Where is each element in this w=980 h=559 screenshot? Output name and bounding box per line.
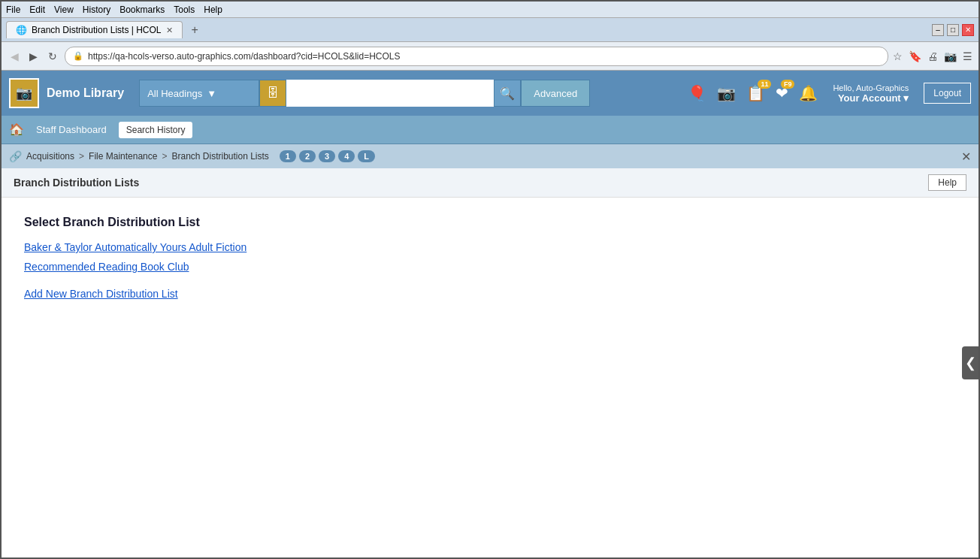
- list-item-baker-taylor[interactable]: Baker & Taylor Automatically Yours Adult…: [24, 241, 956, 253]
- menu-view[interactable]: View: [54, 5, 74, 15]
- content-area: Branch Distribution Lists Help Select Br…: [2, 168, 978, 557]
- account-dropdown[interactable]: Your Account ▾: [838, 92, 909, 104]
- pill-l[interactable]: L: [358, 150, 375, 162]
- add-new-branch-link[interactable]: Add New Branch Distribution List: [24, 288, 956, 300]
- maximize-button[interactable]: □: [947, 24, 959, 36]
- breadcrumb-branch-distribution[interactable]: Branch Distribution Lists: [171, 151, 268, 162]
- nav-bar: 🏠 Staff Dashboard Search History: [2, 116, 978, 144]
- url-text: https://qa-hcols-verso.auto-graphics.com…: [88, 51, 880, 62]
- tab-title: Branch Distribution Lists | HCOL: [32, 25, 162, 35]
- breadcrumb-file-maintenance[interactable]: File Maintenance: [89, 151, 157, 162]
- list-icon-button[interactable]: 📋 11: [746, 84, 765, 102]
- address-bar: ◀ ▶ ↻ 🔒 https://qa-hcols-verso.auto-grap…: [2, 42, 978, 71]
- title-bar: 🌐 Branch Distribution Lists | HCOL ✕ + –…: [2, 18, 978, 42]
- list-badge: 11: [758, 80, 771, 89]
- database-icon: 🗄: [267, 86, 279, 100]
- breadcrumb-icon: 🔗: [9, 150, 22, 162]
- lock-icon: 🔒: [73, 51, 83, 61]
- bell-icon-button[interactable]: 🔔: [799, 84, 818, 102]
- advanced-search-button[interactable]: Advanced: [521, 80, 590, 107]
- database-icon-button[interactable]: 🗄: [259, 80, 286, 107]
- list-item-recommended-reading[interactable]: Recommended Reading Book Club: [24, 261, 956, 273]
- breadcrumb-sep2: >: [162, 151, 167, 162]
- search-input[interactable]: [286, 80, 494, 107]
- menu-help[interactable]: Help: [204, 5, 222, 15]
- new-tab-button[interactable]: +: [187, 23, 203, 37]
- pill-2[interactable]: 2: [299, 150, 316, 162]
- screenshot-button[interactable]: 📷: [944, 50, 957, 62]
- close-window-button[interactable]: ✕: [962, 24, 974, 36]
- forward-button[interactable]: ▶: [26, 49, 41, 64]
- menu-edit[interactable]: Edit: [29, 5, 45, 15]
- url-box[interactable]: 🔒 https://qa-hcols-verso.auto-graphics.c…: [65, 47, 888, 66]
- active-tab[interactable]: 🌐 Branch Distribution Lists | HCOL ✕: [6, 21, 183, 38]
- bell-icon: 🔔: [799, 85, 818, 101]
- search-go-button[interactable]: 🔍: [494, 80, 521, 107]
- print-button[interactable]: 🖨: [927, 50, 938, 62]
- search-bar: All Headings ▼ 🗄 🔍 Advanced: [139, 80, 590, 107]
- menu-bookmarks[interactable]: Bookmarks: [119, 5, 165, 15]
- logout-button[interactable]: Logout: [924, 83, 971, 104]
- camera-icon-button[interactable]: 📷: [717, 84, 736, 102]
- content-body: Select Branch Distribution List Baker & …: [2, 198, 978, 318]
- home-icon-button[interactable]: 🏠: [9, 122, 24, 137]
- window-controls: – □ ✕: [932, 24, 974, 36]
- pill-4[interactable]: 4: [338, 150, 355, 162]
- bookmark-star-button[interactable]: ☆: [893, 50, 903, 62]
- search-history-button[interactable]: Search History: [119, 122, 193, 138]
- headings-label: All Headings: [147, 88, 202, 99]
- user-section: Hello, Auto-Graphics Your Account ▾: [833, 83, 909, 104]
- tab-close-button[interactable]: ✕: [166, 26, 173, 35]
- staff-dashboard-link[interactable]: Staff Dashboard: [36, 124, 107, 135]
- menu-history[interactable]: History: [83, 5, 110, 15]
- chevron-left-icon: ❮: [965, 355, 976, 371]
- balloon-icon: 🎈: [688, 85, 706, 101]
- menu-tools[interactable]: Tools: [174, 5, 195, 15]
- breadcrumb-acquisitions[interactable]: Acquisitions: [26, 151, 74, 162]
- camera-icon: 📷: [717, 85, 736, 101]
- menu-bar: File Edit View History Bookmarks Tools H…: [2, 2, 978, 18]
- pill-3[interactable]: 3: [319, 150, 335, 162]
- library-logo: 📷: [9, 78, 39, 108]
- page-title: Branch Distribution Lists: [14, 177, 139, 189]
- breadcrumb-pills: 1 2 3 4 L: [280, 150, 375, 162]
- help-button[interactable]: Help: [928, 174, 966, 191]
- search-headings-dropdown[interactable]: All Headings ▼: [139, 80, 259, 107]
- search-icon: 🔍: [500, 86, 515, 101]
- breadcrumb-bar: 🔗 Acquisitions > File Maintenance > Bran…: [2, 144, 978, 168]
- header-icons: 🎈 📷 📋 11 ❤ F9 🔔: [688, 84, 818, 102]
- app-header: 📷 Demo Library All Headings ▼ 🗄 🔍 Advanc…: [2, 71, 978, 116]
- pocket-button[interactable]: 🔖: [909, 50, 921, 62]
- library-name: Demo Library: [47, 86, 124, 100]
- heart-badge: F9: [781, 80, 795, 89]
- breadcrumb-sep1: >: [79, 151, 84, 162]
- menu-button[interactable]: ☰: [963, 50, 972, 62]
- dropdown-arrow-icon: ▼: [207, 88, 216, 99]
- content-header: Branch Distribution Lists Help: [2, 168, 978, 198]
- back-button[interactable]: ◀: [8, 49, 22, 64]
- side-panel-toggle[interactable]: ❮: [962, 346, 978, 379]
- select-list-title: Select Branch Distribution List: [24, 216, 956, 229]
- reload-button[interactable]: ↻: [45, 49, 60, 64]
- tabs-area: 🌐 Branch Distribution Lists | HCOL ✕ +: [6, 21, 203, 38]
- menu-file[interactable]: File: [6, 5, 20, 15]
- breadcrumb-close-button[interactable]: ✕: [961, 150, 971, 164]
- heart-icon-button[interactable]: ❤ F9: [776, 84, 788, 102]
- hello-text: Hello, Auto-Graphics: [833, 83, 909, 92]
- pill-1[interactable]: 1: [280, 150, 296, 162]
- address-bar-icons: ☆ 🔖 🖨 📷 ☰: [893, 50, 972, 62]
- balloon-icon-button[interactable]: 🎈: [688, 84, 706, 102]
- minimize-button[interactable]: –: [932, 24, 944, 36]
- logo-icon: 📷: [16, 85, 32, 101]
